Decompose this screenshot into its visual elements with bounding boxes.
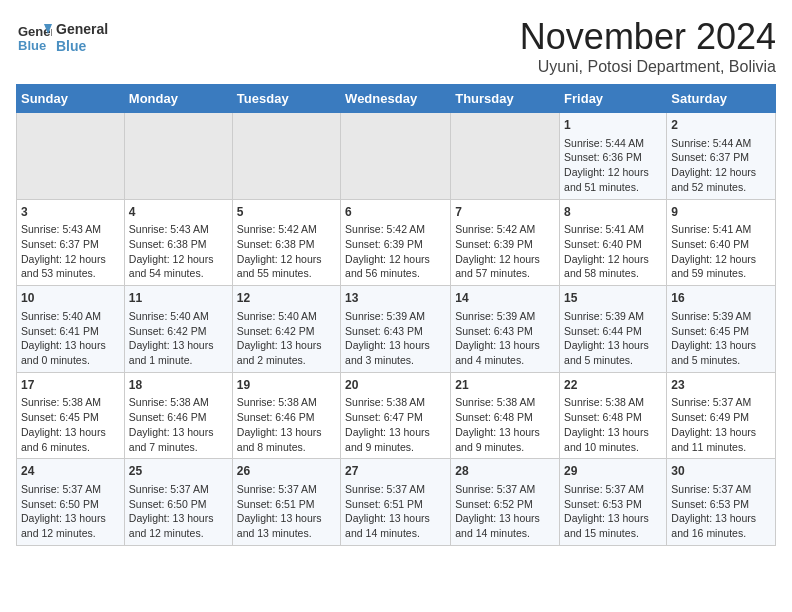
calendar-cell: 14Sunrise: 5:39 AMSunset: 6:43 PMDayligh…: [451, 286, 560, 373]
day-number: 30: [671, 463, 771, 480]
sunset-text: Sunset: 6:46 PM: [237, 411, 315, 423]
sunset-text: Sunset: 6:38 PM: [237, 238, 315, 250]
daylight-text: Daylight: 13 hours and 12 minutes.: [129, 512, 214, 539]
sunset-text: Sunset: 6:44 PM: [564, 325, 642, 337]
calendar-cell: 4Sunrise: 5:43 AMSunset: 6:38 PMDaylight…: [124, 199, 232, 286]
day-number: 24: [21, 463, 120, 480]
sunset-text: Sunset: 6:51 PM: [237, 498, 315, 510]
calendar-cell: [124, 113, 232, 200]
calendar-cell: 3Sunrise: 5:43 AMSunset: 6:37 PMDaylight…: [17, 199, 125, 286]
daylight-text: Daylight: 12 hours and 55 minutes.: [237, 253, 322, 280]
sunrise-text: Sunrise: 5:39 AM: [455, 310, 535, 322]
daylight-text: Daylight: 12 hours and 52 minutes.: [671, 166, 756, 193]
logo: General Blue General Blue: [16, 20, 108, 56]
sunrise-text: Sunrise: 5:37 AM: [129, 483, 209, 495]
calendar-cell: 30Sunrise: 5:37 AMSunset: 6:53 PMDayligh…: [667, 459, 776, 546]
sunset-text: Sunset: 6:45 PM: [671, 325, 749, 337]
calendar-cell: 10Sunrise: 5:40 AMSunset: 6:41 PMDayligh…: [17, 286, 125, 373]
column-header-sunday: Sunday: [17, 85, 125, 113]
daylight-text: Daylight: 13 hours and 6 minutes.: [21, 426, 106, 453]
day-number: 11: [129, 290, 228, 307]
calendar-cell: 22Sunrise: 5:38 AMSunset: 6:48 PMDayligh…: [560, 372, 667, 459]
calendar-week-row: 24Sunrise: 5:37 AMSunset: 6:50 PMDayligh…: [17, 459, 776, 546]
calendar-cell: 15Sunrise: 5:39 AMSunset: 6:44 PMDayligh…: [560, 286, 667, 373]
column-header-tuesday: Tuesday: [232, 85, 340, 113]
daylight-text: Daylight: 12 hours and 58 minutes.: [564, 253, 649, 280]
day-number: 8: [564, 204, 662, 221]
daylight-text: Daylight: 13 hours and 5 minutes.: [671, 339, 756, 366]
sunset-text: Sunset: 6:50 PM: [129, 498, 207, 510]
calendar-cell: 2Sunrise: 5:44 AMSunset: 6:37 PMDaylight…: [667, 113, 776, 200]
sunrise-text: Sunrise: 5:37 AM: [671, 396, 751, 408]
sunset-text: Sunset: 6:50 PM: [21, 498, 99, 510]
daylight-text: Daylight: 13 hours and 9 minutes.: [455, 426, 540, 453]
calendar-body: 1Sunrise: 5:44 AMSunset: 6:36 PMDaylight…: [17, 113, 776, 546]
sunset-text: Sunset: 6:43 PM: [455, 325, 533, 337]
sunrise-text: Sunrise: 5:40 AM: [129, 310, 209, 322]
day-number: 2: [671, 117, 771, 134]
day-number: 4: [129, 204, 228, 221]
sunset-text: Sunset: 6:41 PM: [21, 325, 99, 337]
daylight-text: Daylight: 12 hours and 56 minutes.: [345, 253, 430, 280]
calendar-week-row: 1Sunrise: 5:44 AMSunset: 6:36 PMDaylight…: [17, 113, 776, 200]
day-number: 1: [564, 117, 662, 134]
day-number: 26: [237, 463, 336, 480]
title-area: November 2024 Uyuni, Potosi Department, …: [520, 16, 776, 76]
calendar-cell: 5Sunrise: 5:42 AMSunset: 6:38 PMDaylight…: [232, 199, 340, 286]
calendar-cell: 8Sunrise: 5:41 AMSunset: 6:40 PMDaylight…: [560, 199, 667, 286]
day-number: 13: [345, 290, 446, 307]
sunset-text: Sunset: 6:48 PM: [564, 411, 642, 423]
sunrise-text: Sunrise: 5:42 AM: [455, 223, 535, 235]
sunrise-text: Sunrise: 5:37 AM: [671, 483, 751, 495]
daylight-text: Daylight: 13 hours and 5 minutes.: [564, 339, 649, 366]
sunset-text: Sunset: 6:42 PM: [129, 325, 207, 337]
sunrise-text: Sunrise: 5:37 AM: [564, 483, 644, 495]
svg-text:Blue: Blue: [18, 38, 46, 53]
daylight-text: Daylight: 13 hours and 9 minutes.: [345, 426, 430, 453]
sunrise-text: Sunrise: 5:42 AM: [345, 223, 425, 235]
day-number: 15: [564, 290, 662, 307]
sunrise-text: Sunrise: 5:38 AM: [455, 396, 535, 408]
day-number: 9: [671, 204, 771, 221]
day-number: 10: [21, 290, 120, 307]
sunrise-text: Sunrise: 5:39 AM: [345, 310, 425, 322]
logo-icon: General Blue: [16, 20, 52, 56]
calendar-cell: 17Sunrise: 5:38 AMSunset: 6:45 PMDayligh…: [17, 372, 125, 459]
calendar-cell: 19Sunrise: 5:38 AMSunset: 6:46 PMDayligh…: [232, 372, 340, 459]
day-number: 27: [345, 463, 446, 480]
calendar-header-row: SundayMondayTuesdayWednesdayThursdayFrid…: [17, 85, 776, 113]
daylight-text: Daylight: 12 hours and 53 minutes.: [21, 253, 106, 280]
daylight-text: Daylight: 13 hours and 4 minutes.: [455, 339, 540, 366]
column-header-monday: Monday: [124, 85, 232, 113]
daylight-text: Daylight: 13 hours and 14 minutes.: [455, 512, 540, 539]
day-number: 5: [237, 204, 336, 221]
sunrise-text: Sunrise: 5:38 AM: [345, 396, 425, 408]
calendar-cell: 20Sunrise: 5:38 AMSunset: 6:47 PMDayligh…: [341, 372, 451, 459]
day-number: 28: [455, 463, 555, 480]
day-number: 22: [564, 377, 662, 394]
day-number: 18: [129, 377, 228, 394]
calendar-table: SundayMondayTuesdayWednesdayThursdayFrid…: [16, 84, 776, 546]
daylight-text: Daylight: 12 hours and 54 minutes.: [129, 253, 214, 280]
daylight-text: Daylight: 12 hours and 51 minutes.: [564, 166, 649, 193]
column-header-thursday: Thursday: [451, 85, 560, 113]
calendar-cell: 24Sunrise: 5:37 AMSunset: 6:50 PMDayligh…: [17, 459, 125, 546]
sunset-text: Sunset: 6:39 PM: [455, 238, 533, 250]
day-number: 16: [671, 290, 771, 307]
calendar-cell: [451, 113, 560, 200]
day-number: 25: [129, 463, 228, 480]
calendar-cell: [17, 113, 125, 200]
sunrise-text: Sunrise: 5:42 AM: [237, 223, 317, 235]
daylight-text: Daylight: 12 hours and 59 minutes.: [671, 253, 756, 280]
sunset-text: Sunset: 6:43 PM: [345, 325, 423, 337]
calendar-cell: 27Sunrise: 5:37 AMSunset: 6:51 PMDayligh…: [341, 459, 451, 546]
sunset-text: Sunset: 6:39 PM: [345, 238, 423, 250]
sunset-text: Sunset: 6:37 PM: [21, 238, 99, 250]
day-number: 20: [345, 377, 446, 394]
calendar-cell: 16Sunrise: 5:39 AMSunset: 6:45 PMDayligh…: [667, 286, 776, 373]
calendar-cell: 18Sunrise: 5:38 AMSunset: 6:46 PMDayligh…: [124, 372, 232, 459]
calendar-cell: [341, 113, 451, 200]
sunrise-text: Sunrise: 5:37 AM: [21, 483, 101, 495]
calendar-week-row: 3Sunrise: 5:43 AMSunset: 6:37 PMDaylight…: [17, 199, 776, 286]
logo-blue: Blue: [56, 38, 108, 55]
